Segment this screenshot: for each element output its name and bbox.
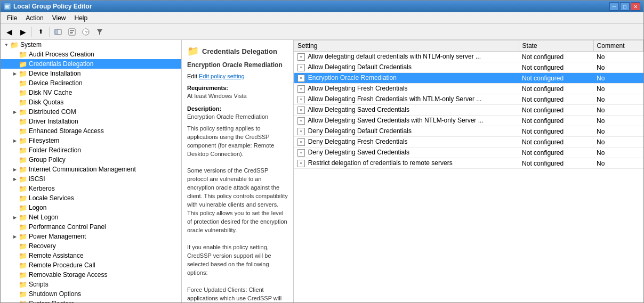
tree-item-iscsi[interactable]: ▶ 📁 iSCSI xyxy=(1,174,181,184)
filter-button[interactable] xyxy=(93,26,106,38)
tree-item-remoteproc[interactable]: ▶ 📁 Remote Procedure Call xyxy=(1,260,181,270)
tree-item-devinstall[interactable]: ▶ 📁 Device Installation xyxy=(1,69,181,78)
tree-item-shutdownopts[interactable]: ▶ 📁 Shutdown Options xyxy=(1,289,181,299)
svg-rect-7 xyxy=(70,30,74,31)
expand-distcom[interactable]: ▶ xyxy=(11,108,19,116)
tree-label-netlogon: Net Logon xyxy=(29,214,58,221)
tree-item-logon[interactable]: ▶ 📁 Logon xyxy=(1,203,181,212)
comment-cell: No xyxy=(593,105,643,116)
tree-item-grouppolicy[interactable]: ▶ 📁 Group Policy xyxy=(1,155,181,165)
table-row[interactable]: ≡ Allow Delegating Default CredentialsNo… xyxy=(294,62,643,73)
expand-scripts: ▶ xyxy=(11,281,19,288)
tree-item-system[interactable]: ▼ 📁 System xyxy=(1,40,181,50)
expand-filesystem[interactable]: ▶ xyxy=(11,137,19,144)
tree-item-recovery[interactable]: ▶ 📁 Recovery xyxy=(1,241,181,251)
col-comment: Comment xyxy=(593,40,643,52)
tree-item-scripts[interactable]: ▶ 📁 Scripts xyxy=(1,280,181,289)
tree-item-netlogon[interactable]: ▶ 📁 Net Logon xyxy=(1,212,181,222)
comment-cell: No xyxy=(593,73,643,84)
table-row[interactable]: ≡ Allow Delegating Saved CredentialsNot … xyxy=(294,105,643,116)
restore-button[interactable]: □ xyxy=(620,2,630,11)
tree-item-audit[interactable]: ▶ 📁 Audit Process Creation xyxy=(1,50,181,59)
folder-icon-enhancedstorage: 📁 xyxy=(19,127,27,135)
expand-netlogon[interactable]: ▶ xyxy=(11,214,19,221)
tree-item-devredir[interactable]: ▶ 📁 Device Redirection xyxy=(1,78,181,88)
svg-marker-12 xyxy=(97,29,102,35)
tree-label-remoteproc: Remote Procedure Call xyxy=(29,261,95,269)
expand-audit: ▶ xyxy=(11,51,19,58)
table-row[interactable]: ≡ Allow Delegating Saved Credentials wit… xyxy=(294,116,643,126)
tree-item-powermgmt[interactable]: ▶ 📁 Power Management xyxy=(1,232,181,241)
tree-label-filesystem: Filesystem xyxy=(29,137,59,144)
title-bar-left: Local Group Policy Editor xyxy=(4,3,92,10)
toolbar-separator-2 xyxy=(49,27,50,37)
folder-icon-sysrestore: 📁 xyxy=(19,300,27,303)
expand-inetcomm[interactable]: ▶ xyxy=(11,166,19,173)
table-row[interactable]: ≡ Allow delegating default credentials w… xyxy=(294,52,643,62)
expand-powermgmt[interactable]: ▶ xyxy=(11,233,19,240)
menu-action[interactable]: Action xyxy=(21,13,47,23)
expand-removstorage: ▶ xyxy=(11,271,19,279)
tree-item-filesystem[interactable]: ▶ 📁 Filesystem xyxy=(1,136,181,145)
back-button[interactable]: ◀ xyxy=(3,26,15,38)
table-row[interactable]: ≡ Encryption Oracle RemediationNot confi… xyxy=(294,73,643,84)
tree-label-audit: Audit Process Creation xyxy=(29,51,94,58)
col-setting: Setting xyxy=(294,40,519,52)
help-button[interactable]: ? xyxy=(79,26,92,38)
tree-item-folderredir[interactable]: ▶ 📁 Folder Redirection xyxy=(1,145,181,155)
policy-icon: ≡ xyxy=(297,128,305,135)
menu-help[interactable]: Help xyxy=(70,13,92,23)
expand-kerberos: ▶ xyxy=(11,185,19,192)
tree-label-kerberos: Kerberos xyxy=(29,185,55,192)
forward-button[interactable]: ▶ xyxy=(17,26,29,38)
tree-item-kerberos[interactable]: ▶ 📁 Kerberos xyxy=(1,184,181,193)
menu-view[interactable]: View xyxy=(48,13,70,23)
table-row[interactable]: ≡ Restrict delegation of credentials to … xyxy=(294,158,643,169)
tree-item-locale[interactable]: ▶ 📁 Locale Services xyxy=(1,193,181,203)
tree-item-enhancedstorage[interactable]: ▶ 📁 Enhanced Storage Access xyxy=(1,126,181,136)
tree-item-diskquotas[interactable]: ▶ 📁 Disk Quotas xyxy=(1,97,181,107)
expand-diskquotas: ▶ xyxy=(11,99,19,106)
show-hide-button[interactable] xyxy=(52,26,65,38)
expand-iscsi[interactable]: ▶ xyxy=(11,175,19,183)
expand-system[interactable]: ▼ xyxy=(3,41,10,48)
tree-item-inetcomm[interactable]: ▶ 📁 Internet Communication Management xyxy=(1,165,181,174)
tree-item-disknv[interactable]: ▶ 📁 Disk NV Cache xyxy=(1,88,181,97)
expand-shutdownopts: ▶ xyxy=(11,290,19,298)
expand-credentials: ▶ xyxy=(11,60,19,68)
svg-text:?: ? xyxy=(85,30,87,35)
properties-button[interactable] xyxy=(66,26,78,38)
tree-item-remoteassist[interactable]: ▶ 📁 Remote Assistance xyxy=(1,251,181,260)
state-cell: Not configured xyxy=(519,73,593,84)
tree-item-driverinstall[interactable]: ▶ 📁 Driver Installation xyxy=(1,117,181,126)
tree-item-perfcontrol[interactable]: ▶ 📁 Performance Control Panel xyxy=(1,222,181,232)
tree-item-sysrestore[interactable]: ▶ 📁 System Restore xyxy=(1,299,181,302)
tree-label-sysrestore: System Restore xyxy=(29,300,74,302)
tree-item-removstorage[interactable]: ▶ 📁 Removable Storage Access xyxy=(1,270,181,280)
minimize-button[interactable]: ─ xyxy=(609,2,619,11)
tree-scroll-container: ▼ 📁 System ▶ 📁 Audit Process Creation ▶ … xyxy=(1,40,181,302)
table-row[interactable]: ≡ Deny Delegating Default CredentialsNot… xyxy=(294,126,643,137)
tree-label-shutdownopts: Shutdown Options xyxy=(29,290,81,298)
main-window: Local Group Policy Editor ─ □ ✕ File Act… xyxy=(0,0,644,303)
desc-edit-link[interactable]: Edit policy setting xyxy=(199,73,245,79)
setting-cell: ≡ Allow Delegating Saved Credentials wit… xyxy=(294,116,519,126)
table-row[interactable]: ≡ Deny Delegating Fresh CredentialsNot c… xyxy=(294,137,643,148)
setting-cell: ≡ Allow delegating default credentials w… xyxy=(294,52,519,62)
tree-item-distcom[interactable]: ▶ 📁 Distributed COM xyxy=(1,107,181,117)
table-row[interactable]: ≡ Allow Delegating Fresh CredentialsNot … xyxy=(294,84,643,94)
table-row[interactable]: ≡ Allow Delegating Fresh Credentials wit… xyxy=(294,94,643,105)
menu-file[interactable]: File xyxy=(3,13,21,23)
expand-devinstall[interactable]: ▶ xyxy=(11,70,19,77)
folder-icon-perfcontrol: 📁 xyxy=(19,223,27,231)
settings-table: Setting State Comment ≡ Allow delegating… xyxy=(294,40,643,169)
tree-item-credentials[interactable]: ▶ 📁 Credentials Delegation xyxy=(1,59,181,69)
tree-label-iscsi: iSCSI xyxy=(29,175,45,183)
tree-label-remoteassist: Remote Assistance xyxy=(29,252,84,259)
close-button[interactable]: ✕ xyxy=(631,2,640,11)
svg-rect-9 xyxy=(70,34,73,34)
up-button[interactable]: ⬆ xyxy=(34,26,47,38)
table-row[interactable]: ≡ Deny Delegating Saved CredentialsNot c… xyxy=(294,148,643,158)
expand-folderredir: ▶ xyxy=(11,146,19,154)
folder-icon-system: 📁 xyxy=(10,41,19,49)
